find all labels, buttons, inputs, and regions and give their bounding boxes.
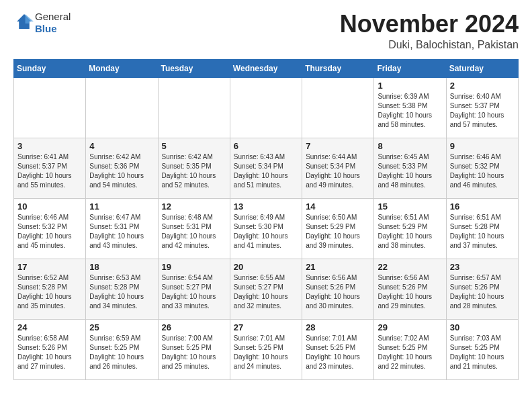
day-number: 1 bbox=[378, 81, 442, 91]
calendar-cell: 7Sunrise: 6:44 AMSunset: 5:34 PMDaylight… bbox=[302, 138, 374, 198]
day-number: 12 bbox=[162, 201, 226, 212]
calendar-cell: 2Sunrise: 6:40 AMSunset: 5:37 PMDaylight… bbox=[446, 77, 518, 138]
day-number: 5 bbox=[162, 141, 226, 151]
calendar-cell bbox=[14, 77, 86, 138]
week-row-1: 1Sunrise: 6:39 AMSunset: 5:38 PMDaylight… bbox=[14, 77, 519, 138]
day-header-tuesday: Tuesday bbox=[158, 59, 230, 77]
calendar-cell: 9Sunrise: 6:46 AMSunset: 5:32 PMDaylight… bbox=[446, 138, 518, 198]
day-header-saturday: Saturday bbox=[446, 59, 518, 77]
day-number: 23 bbox=[450, 262, 515, 272]
day-number: 10 bbox=[17, 201, 82, 212]
day-info: Sunrise: 6:43 AMSunset: 5:34 PMDaylight:… bbox=[234, 152, 298, 190]
week-row-5: 24Sunrise: 6:58 AMSunset: 5:26 PMDayligh… bbox=[14, 319, 519, 379]
day-number: 9 bbox=[450, 141, 515, 151]
day-info: Sunrise: 7:01 AMSunset: 5:25 PMDaylight:… bbox=[306, 334, 370, 371]
day-info: Sunrise: 6:50 AMSunset: 5:29 PMDaylight:… bbox=[306, 213, 370, 250]
location: Duki, Balochistan, Pakistan bbox=[340, 39, 519, 51]
calendar-cell: 30Sunrise: 7:03 AMSunset: 5:25 PMDayligh… bbox=[446, 319, 518, 379]
calendar-cell: 22Sunrise: 6:56 AMSunset: 5:26 PMDayligh… bbox=[374, 259, 446, 319]
month-title: November 2024 bbox=[340, 11, 519, 38]
day-info: Sunrise: 7:00 AMSunset: 5:25 PMDaylight:… bbox=[162, 334, 226, 371]
week-row-4: 17Sunrise: 6:52 AMSunset: 5:28 PMDayligh… bbox=[14, 259, 519, 319]
day-info: Sunrise: 6:52 AMSunset: 5:28 PMDaylight:… bbox=[17, 273, 82, 311]
calendar-cell: 20Sunrise: 6:55 AMSunset: 5:27 PMDayligh… bbox=[230, 259, 302, 319]
page: General Blue November 2024 Duki, Balochi… bbox=[0, 0, 532, 394]
calendar: SundayMondayTuesdayWednesdayThursdayFrid… bbox=[13, 59, 519, 380]
day-header-sunday: Sunday bbox=[14, 59, 86, 77]
day-header-row: SundayMondayTuesdayWednesdayThursdayFrid… bbox=[14, 59, 519, 77]
day-number: 27 bbox=[234, 322, 298, 332]
day-header-monday: Monday bbox=[86, 59, 158, 77]
day-number: 4 bbox=[89, 141, 154, 151]
calendar-cell: 18Sunrise: 6:53 AMSunset: 5:28 PMDayligh… bbox=[86, 259, 158, 319]
day-number: 29 bbox=[378, 322, 442, 332]
day-info: Sunrise: 6:46 AMSunset: 5:32 PMDaylight:… bbox=[450, 152, 515, 190]
calendar-cell: 11Sunrise: 6:47 AMSunset: 5:31 PMDayligh… bbox=[86, 198, 158, 259]
day-info: Sunrise: 7:02 AMSunset: 5:25 PMDaylight:… bbox=[378, 334, 442, 371]
day-info: Sunrise: 6:42 AMSunset: 5:36 PMDaylight:… bbox=[89, 152, 154, 190]
day-number: 7 bbox=[306, 141, 370, 151]
calendar-cell: 14Sunrise: 6:50 AMSunset: 5:29 PMDayligh… bbox=[302, 198, 374, 259]
day-info: Sunrise: 6:44 AMSunset: 5:34 PMDaylight:… bbox=[306, 152, 370, 190]
day-info: Sunrise: 6:57 AMSunset: 5:26 PMDaylight:… bbox=[450, 273, 515, 311]
calendar-cell bbox=[86, 77, 158, 138]
day-info: Sunrise: 6:59 AMSunset: 5:25 PMDaylight:… bbox=[89, 334, 154, 371]
svg-marker-1 bbox=[26, 14, 34, 24]
day-number: 3 bbox=[17, 141, 82, 151]
day-number: 24 bbox=[17, 322, 82, 332]
day-header-friday: Friday bbox=[374, 59, 446, 77]
calendar-cell bbox=[302, 77, 374, 138]
day-number: 13 bbox=[234, 201, 298, 212]
calendar-cell bbox=[158, 77, 230, 138]
day-header-thursday: Thursday bbox=[302, 59, 374, 77]
calendar-cell: 26Sunrise: 7:00 AMSunset: 5:25 PMDayligh… bbox=[158, 319, 230, 379]
day-header-wednesday: Wednesday bbox=[230, 59, 302, 77]
logo: General Blue bbox=[13, 11, 71, 35]
calendar-cell bbox=[230, 77, 302, 138]
day-number: 14 bbox=[306, 201, 370, 212]
calendar-cell: 23Sunrise: 6:57 AMSunset: 5:26 PMDayligh… bbox=[446, 259, 518, 319]
day-info: Sunrise: 6:49 AMSunset: 5:30 PMDaylight:… bbox=[234, 213, 298, 250]
day-info: Sunrise: 6:54 AMSunset: 5:27 PMDaylight:… bbox=[162, 273, 226, 311]
day-number: 15 bbox=[378, 201, 442, 212]
day-info: Sunrise: 6:51 AMSunset: 5:28 PMDaylight:… bbox=[450, 213, 515, 250]
day-number: 6 bbox=[234, 141, 298, 151]
day-number: 16 bbox=[450, 201, 515, 212]
day-info: Sunrise: 7:01 AMSunset: 5:25 PMDaylight:… bbox=[234, 334, 298, 371]
day-info: Sunrise: 6:51 AMSunset: 5:29 PMDaylight:… bbox=[378, 213, 442, 250]
week-row-2: 3Sunrise: 6:41 AMSunset: 5:37 PMDaylight… bbox=[14, 138, 519, 198]
day-number: 30 bbox=[450, 322, 515, 332]
day-info: Sunrise: 6:42 AMSunset: 5:35 PMDaylight:… bbox=[162, 152, 226, 190]
calendar-cell: 15Sunrise: 6:51 AMSunset: 5:29 PMDayligh… bbox=[374, 198, 446, 259]
day-info: Sunrise: 6:40 AMSunset: 5:37 PMDaylight:… bbox=[450, 92, 515, 130]
day-info: Sunrise: 6:45 AMSunset: 5:33 PMDaylight:… bbox=[378, 152, 442, 190]
calendar-cell: 25Sunrise: 6:59 AMSunset: 5:25 PMDayligh… bbox=[86, 319, 158, 379]
week-row-3: 10Sunrise: 6:46 AMSunset: 5:32 PMDayligh… bbox=[14, 198, 519, 259]
day-number: 21 bbox=[306, 262, 370, 272]
day-number: 8 bbox=[378, 141, 442, 151]
day-info: Sunrise: 6:58 AMSunset: 5:26 PMDaylight:… bbox=[17, 334, 82, 371]
calendar-cell: 12Sunrise: 6:48 AMSunset: 5:31 PMDayligh… bbox=[158, 198, 230, 259]
calendar-cell: 28Sunrise: 7:01 AMSunset: 5:25 PMDayligh… bbox=[302, 319, 374, 379]
calendar-header: SundayMondayTuesdayWednesdayThursdayFrid… bbox=[14, 59, 519, 77]
day-number: 22 bbox=[378, 262, 442, 272]
day-number: 18 bbox=[89, 262, 154, 272]
calendar-cell: 16Sunrise: 6:51 AMSunset: 5:28 PMDayligh… bbox=[446, 198, 518, 259]
calendar-cell: 10Sunrise: 6:46 AMSunset: 5:32 PMDayligh… bbox=[14, 198, 86, 259]
day-number: 19 bbox=[162, 262, 226, 272]
day-info: Sunrise: 6:39 AMSunset: 5:38 PMDaylight:… bbox=[378, 92, 442, 130]
day-number: 28 bbox=[306, 322, 370, 332]
day-number: 26 bbox=[162, 322, 226, 332]
day-info: Sunrise: 7:03 AMSunset: 5:25 PMDaylight:… bbox=[450, 334, 515, 371]
header: General Blue November 2024 Duki, Balochi… bbox=[13, 11, 519, 51]
logo-icon bbox=[15, 12, 34, 31]
calendar-body: 1Sunrise: 6:39 AMSunset: 5:38 PMDaylight… bbox=[14, 77, 519, 379]
logo-blue-text: Blue bbox=[35, 23, 57, 34]
day-info: Sunrise: 6:56 AMSunset: 5:26 PMDaylight:… bbox=[306, 273, 370, 311]
day-info: Sunrise: 6:48 AMSunset: 5:31 PMDaylight:… bbox=[162, 213, 226, 250]
day-info: Sunrise: 6:41 AMSunset: 5:37 PMDaylight:… bbox=[17, 152, 82, 190]
day-info: Sunrise: 6:46 AMSunset: 5:32 PMDaylight:… bbox=[17, 213, 82, 250]
calendar-cell: 1Sunrise: 6:39 AMSunset: 5:38 PMDaylight… bbox=[374, 77, 446, 138]
calendar-cell: 13Sunrise: 6:49 AMSunset: 5:30 PMDayligh… bbox=[230, 198, 302, 259]
calendar-cell: 21Sunrise: 6:56 AMSunset: 5:26 PMDayligh… bbox=[302, 259, 374, 319]
